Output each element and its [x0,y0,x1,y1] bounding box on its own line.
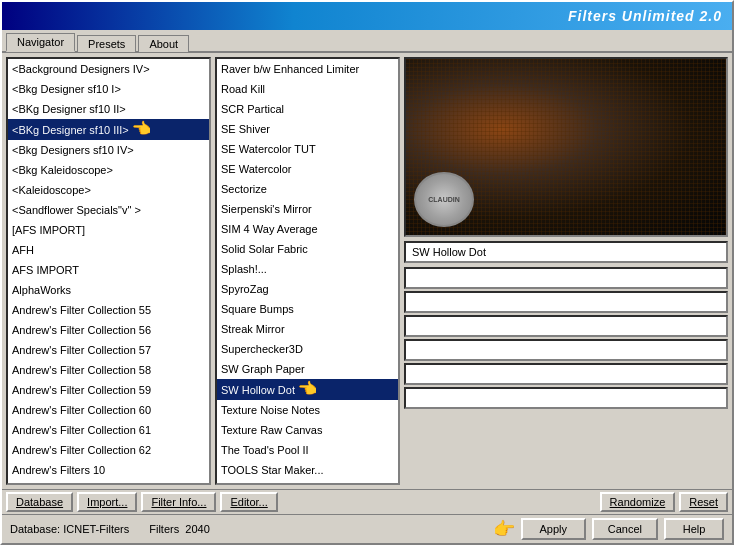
list-item[interactable]: SE Watercolor TUT [217,139,398,159]
editor-button[interactable]: Editor... [220,492,277,512]
empty-boxes [404,267,728,485]
arrow-indicator-middle: 👉 [298,380,318,398]
filter-info-button[interactable]: Filter Info... [141,492,216,512]
preview-box: CLAUDIN [404,57,728,237]
logo-overlay: CLAUDIN [414,172,474,227]
tab-navigator[interactable]: Navigator [6,33,75,52]
list-item[interactable]: Streak Mirror [217,319,398,339]
list-item[interactable]: The Toad's Pool II [217,440,398,460]
logo-text: CLAUDIN [428,196,460,203]
randomize-button[interactable]: Randomize [600,492,676,512]
list-item[interactable]: SW Graph Paper [217,359,398,379]
filter-name-display: SW Hollow Dot [404,241,728,263]
list-item[interactable]: Andrew's Filter Collection 56 [8,320,209,340]
list-item[interactable]: TOOLS Star Maker... [217,460,398,480]
arrow-indicator: 👉 [132,120,152,138]
list-item[interactable]: SIM 4 Way Average [217,219,398,239]
list-item[interactable]: Andrew's Filter Collection 57 [8,340,209,360]
bottom-toolbar: Database Import... Filter Info... Editor… [2,489,732,514]
list-item[interactable]: Andrew's Filter Collection 60 [8,400,209,420]
empty-box-4 [404,339,728,361]
list-item[interactable]: AFS IMPORT [8,260,209,280]
list-item[interactable]: Andrew's Filters 10 [8,460,209,480]
empty-box-1 [404,267,728,289]
list-item[interactable]: <Background Designers IV> [8,59,209,79]
list-item[interactable]: [AFS IMPORT] [8,220,209,240]
filter-name-text: SW Hollow Dot [412,246,486,258]
list-item[interactable]: <Sandflower Specials"v" > [8,200,209,220]
list-item[interactable]: Texture Noise Notes [217,400,398,420]
list-item[interactable]: <Bkg Kaleidoscope> [8,160,209,180]
list-item[interactable]: Road Kill [217,79,398,99]
list-item[interactable]: Tremors [217,480,398,483]
left-panel: <Background Designers IV> <Bkg Designer … [6,57,211,485]
empty-box-3 [404,315,728,337]
import-button[interactable]: Import... [77,492,137,512]
list-item[interactable]: Andrew's Filter Collection 61 [8,420,209,440]
right-panel: CLAUDIN SW Hollow Dot [404,57,728,485]
list-item[interactable]: Superchecker3D [217,339,398,359]
list-item[interactable]: Andrew's Filter Collection 55 [8,300,209,320]
list-item[interactable]: <Bkg Designer sf10 I> [8,79,209,99]
list-item-selected[interactable]: <BKg Designer sf10 III> 👉 [8,119,209,140]
list-item[interactable]: Raver b/w Enhanced Limiter [217,59,398,79]
list-item[interactable]: <Kaleidoscope> [8,180,209,200]
left-list-scroll[interactable]: <Background Designers IV> <Bkg Designer … [8,59,209,483]
action-buttons: 👉 Apply Cancel Help [493,518,724,540]
status-bar: Database: ICNET-Filters Filters 2040 👉 A… [2,514,732,543]
middle-panel: Raver b/w Enhanced Limiter Road Kill SCR… [215,57,400,485]
list-item[interactable]: SE Watercolor [217,159,398,179]
list-item[interactable]: Solid Solar Fabric [217,239,398,259]
empty-box-2 [404,291,728,313]
list-item-selected[interactable]: SW Hollow Dot 👉 [217,379,398,400]
list-item[interactable]: Andrew's Filter Collection 62 [8,440,209,460]
main-window: Filters Unlimited 2.0 Navigator Presets … [0,0,734,545]
list-item[interactable]: Andrew's Filter Collection 58 [8,360,209,380]
list-item[interactable]: SCR Partical [217,99,398,119]
help-button[interactable]: Help [664,518,724,540]
list-item[interactable]: Andrew's Filter Collection 59 [8,380,209,400]
list-item[interactable]: AFH [8,240,209,260]
title-bar: Filters Unlimited 2.0 [2,2,732,30]
list-item[interactable]: Sectorize [217,179,398,199]
cancel-button[interactable]: Cancel [592,518,658,540]
database-button[interactable]: Database [6,492,73,512]
list-item[interactable]: AlphaWorks [8,280,209,300]
tab-presets[interactable]: Presets [77,35,136,52]
list-item[interactable]: Texture Raw Canvas [217,420,398,440]
empty-box-5 [404,363,728,385]
list-item[interactable]: Andrew's Filters 11 [8,480,209,483]
list-item[interactable]: Sierpenski's Mirror [217,199,398,219]
empty-box-6 [404,387,728,409]
tab-bar: Navigator Presets About [2,30,732,53]
list-item[interactable]: SpyroZag [217,279,398,299]
apply-button[interactable]: Apply [521,518,586,540]
list-item[interactable]: SE Shiver [217,119,398,139]
main-content: <Background Designers IV> <Bkg Designer … [2,53,732,489]
list-item[interactable]: <Bkg Designers sf10 IV> [8,140,209,160]
reset-button[interactable]: Reset [679,492,728,512]
filters-label: Filters 2040 [149,523,210,535]
title-text: Filters Unlimited 2.0 [568,8,722,24]
list-item[interactable]: Splash!... [217,259,398,279]
middle-list-scroll[interactable]: Raver b/w Enhanced Limiter Road Kill SCR… [217,59,398,483]
list-item[interactable]: Square Bumps [217,299,398,319]
list-item[interactable]: <BKg Designer sf10 II> [8,99,209,119]
apply-arrow-icon: 👉 [493,518,515,540]
tab-about[interactable]: About [138,35,189,52]
database-label: Database: ICNET-Filters [10,523,129,535]
